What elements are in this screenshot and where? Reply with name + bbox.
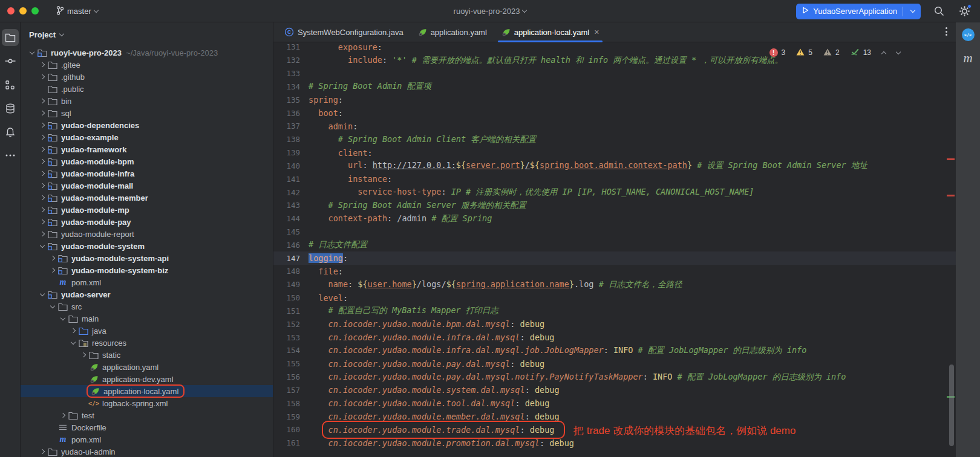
code-line[interactable]: 138 # Spring Boot Admin Client 客户端的相关配置: [273, 133, 956, 146]
tree-item[interactable]: yudao-framework: [21, 143, 273, 155]
tab-options-kebab-icon[interactable]: [946, 27, 947, 36]
tree-item[interactable]: yudao-module-report: [21, 228, 273, 240]
tree-item[interactable]: bin: [21, 95, 273, 107]
tree-item[interactable]: yudao-module-mall: [21, 180, 273, 192]
tree-item[interactable]: application-local.yaml: [21, 385, 273, 397]
chevron-right-icon[interactable]: [39, 123, 44, 128]
code-line[interactable]: 142 service-host-type: IP # 注册实例时，优先使用 I…: [273, 186, 956, 199]
tree-item[interactable]: java: [21, 325, 273, 337]
code-line[interactable]: 156 cn.iocoder.yudao.module.pay.dal.mysq…: [273, 371, 956, 384]
tree-item[interactable]: mpom.xml: [21, 276, 273, 288]
code-line[interactable]: 147logging:: [273, 251, 956, 265]
chevron-down-icon[interactable]: [50, 303, 54, 308]
chevron-down-icon[interactable]: [70, 339, 75, 344]
code-line[interactable]: 137 admin:: [273, 120, 956, 133]
code-line[interactable]: 151 # 配置自己写的 MyBatis Mapper 打印日志: [273, 305, 956, 318]
chevron-right-icon[interactable]: [39, 62, 44, 67]
editor-tab[interactable]: application-local.yaml×: [494, 22, 606, 42]
code-line[interactable]: 148 file:: [273, 265, 956, 278]
tree-item[interactable]: static: [21, 349, 273, 361]
chevron-right-icon[interactable]: [50, 268, 54, 273]
chevron-right-icon[interactable]: [39, 207, 44, 212]
chevron-right-icon[interactable]: [39, 195, 44, 200]
tree-item[interactable]: yudao-module-infra: [21, 167, 273, 180]
code-line[interactable]: 150 level:: [273, 291, 956, 305]
chevron-right-icon[interactable]: [39, 219, 44, 224]
tree-item[interactable]: yudao-ui-admin: [21, 446, 273, 457]
tree-item[interactable]: yudao-module-system: [21, 240, 273, 252]
inspections-widget[interactable]: ! 3 5 2 13: [769, 48, 900, 57]
tree-item[interactable]: sql: [21, 107, 273, 119]
ai-assistant-icon[interactable]: </>: [962, 28, 975, 41]
error-stripe-mark[interactable]: [947, 195, 955, 196]
code-line[interactable]: 155 cn.iocoder.yudao.module.pay.dal.mysq…: [273, 357, 956, 371]
close-window-button[interactable]: [7, 7, 15, 15]
tree-item[interactable]: ruoyi-vue-pro-2023~/Java/ruoyi-vue-pro-2…: [21, 47, 273, 59]
tree-item[interactable]: yudao-example: [21, 131, 273, 143]
chevron-down-icon[interactable]: [60, 315, 65, 320]
tree-item[interactable]: mpom.xml: [21, 433, 273, 446]
error-stripe-mark[interactable]: [947, 158, 955, 160]
maven-tool-window-icon[interactable]: m: [963, 51, 972, 66]
next-problem-chevron-icon[interactable]: [896, 49, 901, 54]
code-line[interactable]: 149 name: ${user.home}/logs/${spring.app…: [273, 278, 956, 291]
tree-item[interactable]: application-dev.yaml: [21, 373, 273, 385]
code-line[interactable]: 136 boot:: [273, 106, 956, 120]
code-line[interactable]: 134# Spring Boot Admin 配置项: [273, 80, 956, 93]
tree-item[interactable]: </>logback-spring.xml: [21, 397, 273, 409]
code-line[interactable]: 157 cn.iocoder.yudao.module.system.dal.m…: [273, 384, 956, 397]
code-line[interactable]: 158 cn.iocoder.yudao.module.tool.dal.mys…: [273, 397, 956, 410]
database-icon[interactable]: [2, 100, 19, 117]
code-line[interactable]: 139 client:: [273, 146, 956, 160]
chevron-down-icon[interactable]: [39, 291, 44, 296]
settings-gear-button[interactable]: [957, 4, 972, 19]
code-line[interactable]: 141 instance:: [273, 172, 956, 186]
tree-item[interactable]: test: [21, 409, 273, 421]
search-everywhere-button[interactable]: [932, 4, 946, 19]
tree-item[interactable]: yudao-module-pay: [21, 216, 273, 228]
chevron-right-icon[interactable]: [39, 232, 44, 236]
chevron-right-icon[interactable]: [80, 352, 85, 357]
code-line[interactable]: 153 cn.iocoder.yudao.module.infra.dal.my…: [273, 331, 956, 344]
tree-item[interactable]: yudao-module-bpm: [21, 155, 273, 167]
code-line[interactable]: 133: [273, 67, 956, 80]
previous-problem-chevron-icon[interactable]: [881, 51, 886, 56]
tree-item[interactable]: main: [21, 313, 273, 325]
notifications-bell-icon[interactable]: [2, 123, 19, 140]
code-line[interactable]: 145: [273, 225, 956, 239]
project-panel-header[interactable]: Project: [21, 22, 273, 47]
tree-item[interactable]: application.yaml: [21, 361, 273, 373]
tree-item[interactable]: .gitee: [21, 59, 273, 71]
code-line[interactable]: 154 cn.iocoder.yudao.module.infra.dal.my…: [273, 344, 956, 357]
chevron-right-icon[interactable]: [39, 111, 44, 115]
chevron-right-icon[interactable]: [39, 147, 44, 152]
chevron-right-icon[interactable]: [39, 449, 44, 454]
code-editor[interactable]: 131 exposure:132 include: '*' # 需要开放的端点。…: [273, 42, 956, 457]
project-folder-icon[interactable]: [2, 29, 19, 46]
tree-item[interactable]: resources: [21, 337, 273, 349]
chevron-right-icon[interactable]: [70, 328, 75, 333]
editor-scrollbar[interactable]: [949, 365, 954, 446]
tree-item[interactable]: src: [21, 300, 273, 313]
minimize-window-button[interactable]: [19, 7, 27, 15]
chevron-right-icon[interactable]: [39, 159, 44, 164]
code-line[interactable]: 140 url: http://127.0.0.1:${server.port}…: [273, 159, 956, 172]
tree-item[interactable]: yudao-module-system-biz: [21, 264, 273, 276]
chevron-down-icon[interactable]: [39, 242, 44, 247]
tree-item[interactable]: .github: [21, 71, 273, 83]
maximize-window-button[interactable]: [31, 7, 39, 15]
editor-tab[interactable]: CSystemWebConfiguration.java: [277, 22, 411, 42]
commit-icon[interactable]: [2, 53, 19, 70]
editor-tab[interactable]: application.yaml: [411, 22, 494, 42]
tree-item[interactable]: yudao-module-system-api: [21, 252, 273, 264]
chevron-right-icon[interactable]: [39, 135, 44, 140]
code-line[interactable]: 146# 日志文件配置: [273, 238, 956, 251]
close-icon[interactable]: ×: [594, 27, 599, 37]
code-line[interactable]: 152 cn.iocoder.yudao.module.bpm.dal.mysq…: [273, 317, 956, 331]
chevron-right-icon[interactable]: [39, 171, 44, 176]
run-configuration-button[interactable]: YudaoServerApplication: [796, 4, 921, 19]
tree-item[interactable]: yudao-module-mp: [21, 204, 273, 216]
code-line[interactable]: 144 context-path: /admin # 配置 Spring: [273, 212, 956, 225]
tree-item[interactable]: yudao-server: [21, 288, 273, 300]
chevron-right-icon[interactable]: [50, 256, 54, 261]
